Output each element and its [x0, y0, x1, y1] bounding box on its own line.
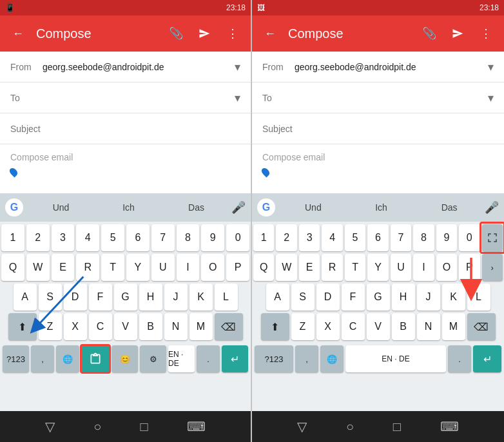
- key-u-right[interactable]: U: [391, 254, 411, 281]
- suggestion-das-right[interactable]: Das: [416, 200, 482, 215]
- keyboard-nav-left[interactable]: ⌨: [187, 419, 206, 434]
- key-x-left[interactable]: X: [64, 313, 87, 340]
- to-row-left[interactable]: To ▾: [0, 82, 251, 113]
- key-c-right[interactable]: C: [342, 313, 365, 340]
- back-nav-left[interactable]: ▽: [45, 419, 55, 434]
- more-button-right[interactable]: ⋮: [478, 26, 494, 41]
- comma-left[interactable]: ,: [31, 345, 54, 372]
- key-n-right[interactable]: N: [417, 313, 440, 340]
- key-m-left[interactable]: M: [189, 313, 213, 340]
- send-button-right[interactable]: [447, 23, 468, 44]
- attach-button-left[interactable]: 📎: [168, 26, 184, 41]
- settings-left[interactable]: ⚙: [140, 345, 166, 372]
- key-e-right[interactable]: E: [299, 254, 320, 281]
- period-left[interactable]: .: [197, 345, 220, 372]
- shift-key-right[interactable]: ⬆: [261, 313, 289, 340]
- key-u-left[interactable]: U: [151, 254, 175, 281]
- key-h-left[interactable]: H: [139, 283, 162, 311]
- key-t-right[interactable]: T: [345, 254, 365, 281]
- send-button-left[interactable]: [194, 23, 215, 44]
- key-s-left[interactable]: S: [39, 283, 62, 311]
- key-5-left[interactable]: 5: [101, 224, 124, 251]
- key-3-right[interactable]: 3: [299, 224, 320, 251]
- key-g-right[interactable]: G: [367, 283, 390, 311]
- key-j-right[interactable]: J: [417, 283, 440, 311]
- key-k-left[interactable]: K: [189, 283, 213, 311]
- key-l-left[interactable]: L: [215, 283, 238, 311]
- key-i-right[interactable]: I: [413, 254, 434, 281]
- num-switch-left[interactable]: ?123: [3, 345, 29, 372]
- key-9-left[interactable]: 9: [201, 224, 224, 251]
- from-chevron-left[interactable]: ▾: [235, 60, 240, 74]
- key-w-right[interactable]: W: [276, 254, 296, 281]
- space-right[interactable]: EN · DE: [345, 345, 446, 372]
- suggestion-und-right[interactable]: Und: [280, 200, 346, 215]
- suggestion-und-left[interactable]: Und: [28, 200, 93, 215]
- suggestion-ich-left[interactable]: Ich: [96, 200, 161, 215]
- key-0-right[interactable]: 0: [459, 224, 480, 251]
- key-h-right[interactable]: H: [392, 283, 415, 311]
- key-p-left[interactable]: P: [226, 254, 249, 281]
- key-j-left[interactable]: J: [164, 283, 188, 311]
- to-chevron-left[interactable]: ▾: [235, 91, 240, 105]
- backspace-key-right[interactable]: ⌫: [467, 313, 496, 340]
- key-s-right[interactable]: S: [291, 283, 315, 311]
- key-v-left[interactable]: V: [114, 313, 137, 340]
- key-9-right[interactable]: 9: [436, 224, 457, 251]
- key-7-left[interactable]: 7: [151, 224, 175, 251]
- key-g-left[interactable]: G: [114, 283, 137, 311]
- recents-nav-left[interactable]: □: [141, 419, 148, 434]
- key-x-right[interactable]: X: [316, 313, 340, 340]
- key-z-left[interactable]: Z: [39, 313, 62, 340]
- clipboard-key-left[interactable]: [81, 345, 110, 372]
- enter-left[interactable]: ↵: [222, 345, 248, 372]
- subject-row-left[interactable]: Subject: [0, 113, 251, 144]
- key-b-right[interactable]: B: [392, 313, 415, 340]
- more-button-left[interactable]: ⋮: [225, 26, 240, 41]
- key-2-left[interactable]: 2: [26, 224, 50, 251]
- key-a-left[interactable]: A: [14, 283, 37, 311]
- key-0-left[interactable]: 0: [226, 224, 249, 251]
- to-row-right[interactable]: To ▾: [252, 82, 504, 113]
- key-m-right[interactable]: M: [442, 313, 465, 340]
- key-8-left[interactable]: 8: [177, 224, 200, 251]
- key-4-right[interactable]: 4: [322, 224, 342, 251]
- key-z-right[interactable]: Z: [291, 313, 315, 340]
- key-k-right[interactable]: K: [442, 283, 465, 311]
- key-e-left[interactable]: E: [52, 254, 75, 281]
- key-1-left[interactable]: 1: [1, 224, 24, 251]
- compose-body-left[interactable]: Compose email: [0, 144, 251, 189]
- from-chevron-right[interactable]: ▾: [488, 60, 494, 74]
- emoji-left[interactable]: 😊: [111, 345, 138, 372]
- key-r-left[interactable]: R: [76, 254, 99, 281]
- key-q-right[interactable]: Q: [253, 254, 274, 281]
- key-4-left[interactable]: 4: [76, 224, 99, 251]
- key-8-right[interactable]: 8: [413, 224, 434, 251]
- home-nav-left[interactable]: ○: [93, 419, 101, 434]
- globe-right[interactable]: 🌐: [320, 345, 344, 372]
- key-1-right[interactable]: 1: [253, 224, 274, 251]
- subject-row-right[interactable]: Subject: [252, 113, 504, 144]
- back-nav-right[interactable]: ▽: [297, 419, 307, 434]
- key-v-right[interactable]: V: [367, 313, 390, 340]
- key-3-left[interactable]: 3: [52, 224, 75, 251]
- key-p-right[interactable]: P: [459, 254, 480, 281]
- key-6-left[interactable]: 6: [126, 224, 150, 251]
- key-c-left[interactable]: C: [89, 313, 112, 340]
- key-2-right[interactable]: 2: [276, 224, 296, 251]
- space-left[interactable]: EN · DE: [168, 345, 195, 372]
- key-o-left[interactable]: O: [201, 254, 224, 281]
- suggestion-ich-right[interactable]: Ich: [349, 200, 414, 215]
- key-a-right[interactable]: A: [266, 283, 289, 311]
- key-l-right[interactable]: L: [467, 283, 490, 311]
- key-r-right[interactable]: R: [322, 254, 342, 281]
- enter-right[interactable]: ↵: [473, 345, 501, 372]
- home-nav-right[interactable]: ○: [346, 419, 354, 434]
- mic-icon-right[interactable]: 🎤: [485, 200, 499, 215]
- key-d-right[interactable]: D: [316, 283, 340, 311]
- key-b-left[interactable]: B: [139, 313, 162, 340]
- to-chevron-right[interactable]: ▾: [488, 91, 494, 105]
- suggestion-das-left[interactable]: Das: [164, 200, 229, 215]
- period-right[interactable]: .: [448, 345, 471, 372]
- shift-key-left[interactable]: ⬆: [8, 313, 37, 340]
